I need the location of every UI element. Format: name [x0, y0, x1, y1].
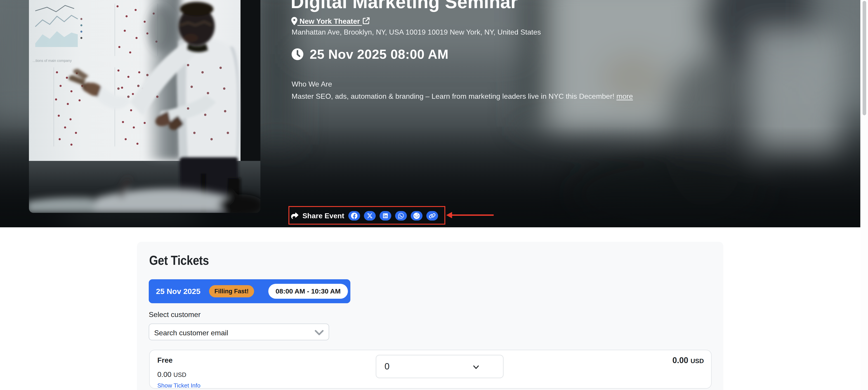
svg-text:...tions of main company: ...tions of main company — [33, 59, 72, 63]
